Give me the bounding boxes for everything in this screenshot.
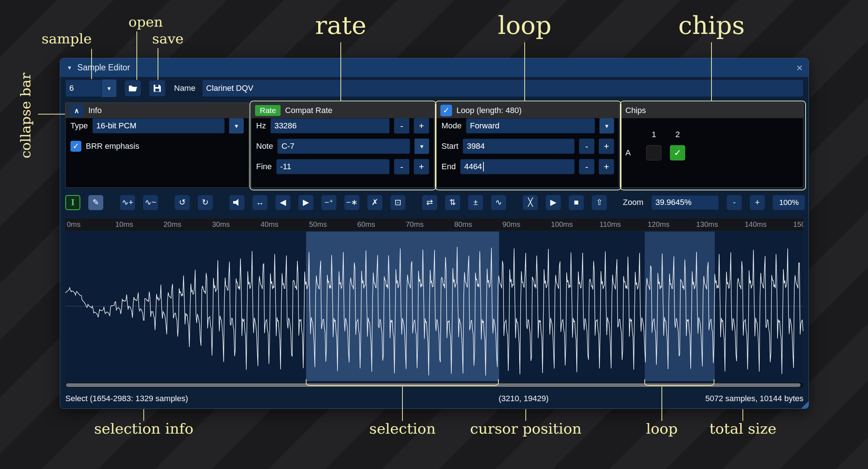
resize-button[interactable]: ∿+ [120, 195, 135, 210]
annotation-line-save [158, 48, 158, 80]
brr-emphasis-checkbox[interactable]: ✓ [70, 141, 81, 152]
redo-button[interactable]: ↻ [198, 195, 213, 210]
sign-icon: ± [473, 198, 478, 207]
sign-button[interactable]: ± [468, 195, 483, 210]
amplify-button[interactable] [229, 195, 244, 210]
annotation-line-selection-info [143, 409, 144, 421]
titlebar[interactable]: ▼ Sample Editor × [60, 58, 809, 77]
reverse-icon: ⇄ [426, 198, 433, 207]
status-bar: Select (1654-2983: 1329 samples) (3210, … [65, 391, 803, 406]
open-button[interactable] [125, 80, 141, 96]
reverse-button[interactable]: ⇄ [422, 195, 437, 210]
hz-input[interactable]: 33286 [270, 118, 390, 133]
zoom-input[interactable]: 39.9645% [651, 195, 719, 210]
filter-button[interactable]: ∿ [491, 195, 506, 210]
fine-plus-button[interactable]: + [414, 159, 429, 174]
annotation-sample: sample [42, 31, 92, 47]
fade-out-icon: ▶ [303, 198, 309, 207]
rate-badge[interactable]: Rate [255, 105, 281, 116]
resize-grip[interactable] [801, 401, 809, 408]
sample-number-combo[interactable]: 6 ▼ [65, 80, 116, 97]
sample-number-value[interactable]: 6 [65, 80, 102, 97]
upload-icon: ⇧ [596, 198, 602, 207]
crossfade-icon: ╳ [528, 198, 533, 207]
chip-row-a-label: A [625, 145, 631, 160]
annotation-collapse-bar: collapse bar [18, 68, 34, 163]
collapse-bar-button[interactable]: ∧ [69, 104, 84, 117]
draw-tool-button[interactable]: ✎ [88, 195, 103, 210]
insert-silence-button[interactable]: −⁺ [321, 195, 336, 210]
stop-preview-button[interactable]: ■ [569, 195, 584, 210]
hz-minus-button[interactable]: - [394, 118, 409, 133]
type-dropdown-icon[interactable]: ▼ [229, 118, 244, 133]
zoom-in-button[interactable]: + [750, 195, 765, 210]
upload-button[interactable]: ⇧ [592, 195, 607, 210]
hz-plus-button[interactable]: + [414, 118, 429, 133]
chip-a1-checkbox[interactable] [646, 145, 661, 160]
delete-button[interactable]: ✗ [367, 195, 382, 210]
mode-select[interactable]: Forward [466, 118, 595, 133]
invert-button[interactable]: ⇅ [445, 195, 460, 210]
annotation-selection: selection [369, 420, 436, 437]
fine-minus-button[interactable]: - [394, 159, 409, 174]
fine-label: Fine [256, 162, 272, 171]
annotation-total-size: total size [709, 420, 776, 437]
time-ruler[interactable]: 0ms 10ms 20ms 30ms 40ms 50ms 60ms 70ms 8… [65, 218, 803, 231]
crossfade-loop-button[interactable]: ╳ [523, 195, 538, 210]
loop-panel: ✓ Loop (length: 480) Mode Forward ▼ Star… [436, 102, 619, 188]
loop-end-input[interactable]: 4464 [460, 159, 575, 174]
select-tool-button[interactable]: I [65, 195, 80, 210]
type-select[interactable]: 16-bit PCM [92, 118, 225, 133]
loop-start-plus-button[interactable]: + [599, 139, 614, 154]
annotation-line-loop [524, 42, 525, 101]
waveform-view[interactable] [65, 232, 803, 381]
fine-input[interactable]: -11 [276, 159, 390, 174]
delete-icon: ✗ [371, 198, 378, 207]
zoom-reset-button[interactable]: 100% [773, 195, 805, 210]
loop-start-minus-button[interactable]: - [579, 139, 594, 154]
loop-checkbox[interactable]: ✓ [440, 105, 452, 116]
folder-icon [128, 84, 138, 93]
loop-start-row: Start 3984 - + [441, 139, 614, 154]
note-select[interactable]: C-7 [277, 139, 410, 154]
annotation-line-rate [340, 42, 341, 101]
redo-icon: ↻ [202, 198, 208, 207]
chip-a2-checkbox[interactable]: ✓ [670, 145, 685, 160]
normalize-button[interactable]: ↔ [252, 195, 267, 210]
fade-in-button[interactable]: ◀ [275, 195, 290, 210]
close-icon[interactable]: × [796, 58, 803, 77]
rate-panel: Rate Compat Rate Hz 33286 - + Note C-7 ▼… [251, 102, 434, 188]
trim-button[interactable]: ⊡ [390, 195, 405, 210]
window-title: Sample Editor [77, 63, 130, 73]
ruler-label: 150ms [793, 220, 803, 229]
preview-button[interactable]: ▶ [546, 195, 561, 210]
floppy-icon [153, 84, 162, 93]
mode-dropdown-icon[interactable]: ▼ [599, 118, 614, 133]
select-tool-icon: I [71, 197, 74, 208]
chips-panel: Chips 1 2 A ✓ [621, 102, 803, 188]
sample-row: 6 ▼ Name Clarinet DQV [65, 80, 803, 97]
ruler-label: 50ms [309, 220, 327, 229]
save-button[interactable] [149, 80, 165, 96]
brr-row: ✓ BRR emphasis [70, 139, 244, 154]
note-dropdown-icon[interactable]: ▼ [414, 139, 429, 154]
apply-silence-button[interactable]: −∗ [344, 195, 359, 210]
undo-button[interactable]: ↺ [175, 195, 190, 210]
name-input[interactable]: Clarinet DQV [202, 80, 803, 97]
window-collapse-icon[interactable]: ▼ [67, 65, 72, 71]
ruler-label: 0ms [67, 220, 81, 229]
ruler-label: 80ms [454, 220, 472, 229]
resample-button[interactable]: ∿~ [143, 195, 158, 210]
annotation-line-collapse [38, 114, 65, 115]
loop-start-input[interactable]: 3984 [463, 139, 575, 154]
sample-number-dropdown-icon[interactable]: ▼ [102, 80, 116, 97]
toolbar: I ✎ ∿+ ∿~ ↺ ↻ ↔ ◀ ▶ −⁺ −∗ ✗ ⊡ ⇄ ⇅ ± ∿ ╳ … [65, 194, 803, 211]
fade-in-icon: ◀ [280, 198, 286, 207]
insert-silence-icon: −⁺ [324, 198, 333, 207]
loop-end-plus-button[interactable]: + [599, 159, 614, 174]
mode-label: Mode [441, 121, 462, 131]
zoom-out-button[interactable]: - [727, 195, 742, 210]
fade-out-button[interactable]: ▶ [298, 195, 313, 210]
ruler-label: 140ms [745, 220, 767, 229]
loop-end-minus-button[interactable]: - [579, 159, 594, 174]
